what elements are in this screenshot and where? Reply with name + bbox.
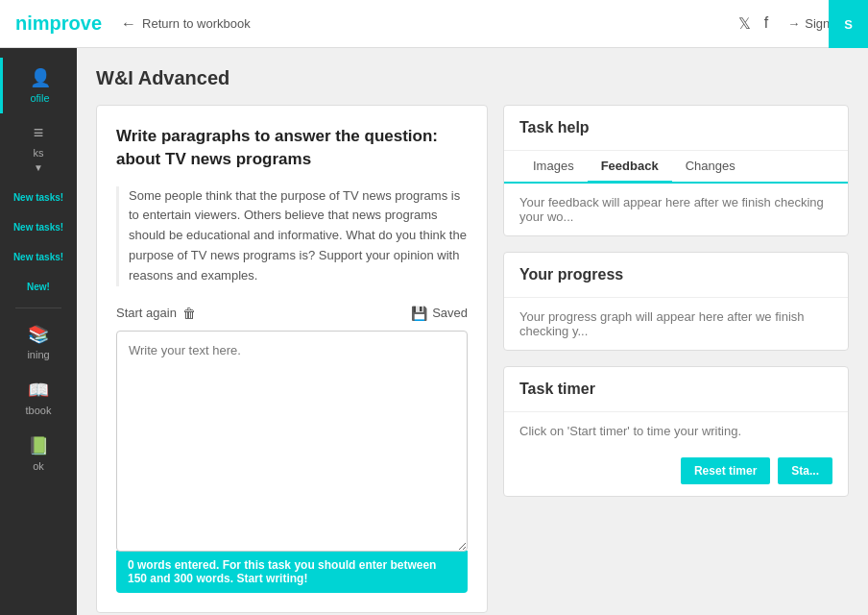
back-button[interactable]: ← Return to workbook — [121, 15, 251, 33]
start-again-label: Start again — [116, 306, 177, 320]
your-progress-title: Your progress — [519, 266, 832, 283]
sidebar-book-label: ok — [33, 460, 44, 472]
sidebar-item-new2[interactable]: New tasks! — [0, 212, 77, 242]
task-help-title: Task help — [519, 119, 832, 136]
tab-feedback[interactable]: Feedback — [588, 151, 672, 184]
task-help-tabs: Images Feedback Changes — [504, 151, 848, 184]
sidebar-item-new4[interactable]: New! — [0, 272, 77, 302]
tasks-icon: ≡ — [34, 123, 44, 143]
save-icon: 💾 — [411, 306, 427, 321]
right-panel: Task help Images Feedback Changes Your f… — [503, 105, 849, 613]
sidebar-item-new3[interactable]: New tasks! — [0, 242, 77, 272]
page-title: W&I Advanced — [96, 67, 849, 89]
content-grid: Write paragraphs to answer the question:… — [96, 105, 849, 613]
task-help-card: Task help Images Feedback Changes Your f… — [503, 105, 849, 236]
new-tasks-label: New tasks! — [13, 192, 63, 203]
back-label: Return to workbook — [142, 16, 251, 31]
sidebar: 👤 ofile ≡ ks ▼ New tasks! New tasks! New… — [0, 48, 77, 615]
sidebar-item-new1[interactable]: New tasks! — [0, 183, 77, 212]
back-arrow-icon: ← — [121, 15, 136, 33]
training-icon: 📚 — [28, 324, 49, 345]
sidebar-item-workbook[interactable]: 📖 tbook — [0, 370, 77, 426]
new-tasks-label-2: New tasks! — [13, 222, 63, 233]
twitter-icon[interactable]: 𝕏 — [738, 14, 751, 33]
workbook-icon: 📖 — [28, 380, 49, 401]
sidebar-item-tasks[interactable]: ≡ ks ▼ — [0, 113, 77, 183]
new-label: New! — [27, 282, 50, 292]
sidebar-item-label: ks — [34, 147, 44, 159]
social-icons: 𝕏 f — [738, 14, 768, 33]
tasks-arrow-icon: ▼ — [34, 162, 43, 173]
trash-icon: 🗑 — [182, 306, 196, 321]
tab-changes[interactable]: Changes — [672, 151, 749, 184]
logo-prefix: n — [15, 12, 27, 34]
reset-timer-button[interactable]: Reset timer — [681, 457, 770, 484]
sidebar-divider — [15, 308, 61, 308]
sidebar-training-label: ining — [27, 349, 49, 360]
sidebar-item-profile[interactable]: 👤 ofile — [0, 58, 77, 113]
tab-images[interactable]: Images — [519, 151, 588, 184]
sign-in-arrow-icon: → — [787, 16, 800, 31]
task-timer-body: Click on 'Start timer' to time your writ… — [504, 412, 848, 450]
task-card: Write paragraphs to answer the question:… — [96, 105, 488, 613]
cta-button[interactable]: S — [829, 0, 868, 48]
your-progress-header: Your progress — [504, 253, 848, 298]
book-icon: 📗 — [28, 435, 49, 456]
timer-buttons: Reset timer Sta... — [504, 450, 848, 496]
sidebar-item-book[interactable]: 📗 ok — [0, 426, 77, 481]
sidebar-item-training[interactable]: 📚 ining — [0, 314, 77, 370]
sidebar-item-label: ofile — [30, 92, 49, 104]
saved-status: 💾 Saved — [411, 306, 468, 321]
facebook-icon[interactable]: f — [764, 14, 768, 33]
writing-textarea[interactable] — [116, 331, 468, 552]
main-content: W&I Advanced Write paragraphs to answer … — [77, 48, 868, 615]
saved-label: Saved — [432, 306, 468, 320]
task-timer-card: Task timer Click on 'Start timer' to tim… — [503, 366, 849, 497]
task-help-header: Task help — [504, 106, 848, 151]
logo: nimprove — [15, 12, 102, 35]
your-progress-body: Your progress graph will appear here aft… — [504, 298, 848, 350]
task-question: Write paragraphs to answer the question:… — [116, 125, 468, 171]
start-again-button[interactable]: Start again 🗑 — [116, 306, 196, 321]
task-actions: Start again 🗑 💾 Saved — [116, 306, 468, 321]
word-count-bar: 0 words entered. For this task you shoul… — [116, 551, 468, 593]
start-timer-button[interactable]: Sta... — [778, 457, 832, 484]
task-prompt: Some people think that the purpose of TV… — [116, 186, 468, 286]
task-help-body: Your feedback will appear here after we … — [504, 184, 848, 235]
your-progress-card: Your progress Your progress graph will a… — [503, 252, 849, 351]
main-layout: 👤 ofile ≡ ks ▼ New tasks! New tasks! New… — [0, 48, 868, 615]
task-timer-header: Task timer — [504, 367, 848, 412]
profile-icon: 👤 — [30, 67, 51, 88]
top-nav: nimprove ← Return to workbook 𝕏 f → Sign… — [0, 0, 868, 48]
task-timer-title: Task timer — [519, 381, 832, 398]
sidebar-workbook-label: tbook — [26, 405, 52, 416]
new-tasks-label-3: New tasks! — [13, 252, 63, 262]
